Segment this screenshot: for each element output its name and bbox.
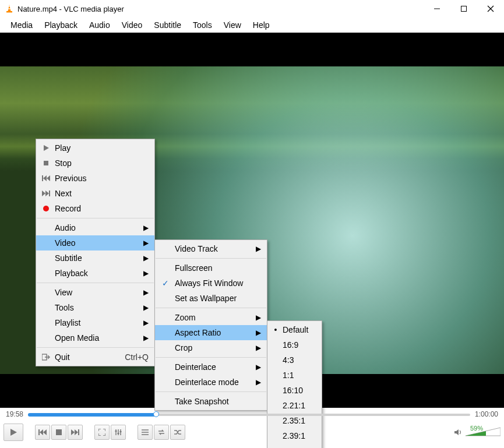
check-icon: ✓: [158, 278, 172, 288]
maximize-button[interactable]: [450, 0, 477, 17]
menu-bar: Media Playback Audio Video Subtitle Tool…: [0, 17, 504, 33]
seek-slider[interactable]: [28, 412, 470, 417]
sub-deintmode[interactable]: Deinterlace mode▶: [155, 375, 267, 390]
sub-deinterlace-label: Deinterlace: [172, 362, 254, 372]
aspect-default[interactable]: •Default: [267, 322, 322, 337]
vlc-logo-icon: [5, 4, 14, 13]
menu-audio[interactable]: Audio: [83, 19, 116, 31]
separator: [37, 283, 154, 283]
seek-thumb[interactable]: [153, 411, 159, 417]
svg-rect-18: [115, 431, 117, 432]
ctx-play-label: Play: [52, 143, 142, 153]
ctx-playlist-label: Playlist: [52, 318, 142, 327]
menu-tools[interactable]: Tools: [187, 19, 218, 31]
menu-video[interactable]: Video: [116, 19, 149, 31]
tb-ext-settings-button[interactable]: [111, 425, 126, 440]
ctx-playback[interactable]: Playback▶: [36, 266, 154, 281]
aspect-5-4[interactable]: 5:4: [267, 443, 322, 448]
ctx-quit-label: Quit: [52, 352, 113, 362]
context-menu: Play Stop Previous Next Record Audio▶ Vi…: [36, 139, 155, 366]
ctx-playlist[interactable]: Playlist▶: [36, 315, 154, 330]
minimize-button[interactable]: [424, 0, 450, 17]
ctx-previous[interactable]: Previous: [36, 171, 154, 186]
next-icon: [40, 191, 52, 196]
svg-rect-13: [56, 429, 62, 435]
sub-videotrack[interactable]: Video Track▶: [155, 241, 267, 256]
ctx-video[interactable]: Video▶: [36, 235, 154, 251]
ctx-play[interactable]: Play: [36, 140, 154, 156]
sub-aspect[interactable]: Aspect Ratio▶: [155, 325, 267, 340]
separator: [156, 308, 266, 308]
sub-deinterlace[interactable]: Deinterlace▶: [155, 359, 267, 375]
ctx-openmedia[interactable]: Open Media▶: [36, 330, 154, 345]
aspect-16-10[interactable]: 16:10: [267, 383, 322, 398]
previous-icon: [40, 175, 52, 181]
sub-crop[interactable]: Crop▶: [155, 340, 267, 355]
aspect-16-10-label: 16:10: [281, 386, 303, 395]
speaker-icon[interactable]: [454, 428, 463, 436]
sub-fullscreen[interactable]: Fullscreen: [155, 260, 267, 276]
time-current[interactable]: 19:58: [6, 410, 23, 418]
separator: [156, 357, 266, 358]
sub-aspect-label: Aspect Ratio: [172, 328, 254, 337]
ctx-audio[interactable]: Audio▶: [36, 220, 154, 235]
svg-rect-0: [6, 11, 12, 13]
ctx-record-label: Record: [52, 204, 142, 213]
sub-snapshot-label: Take Snapshot: [172, 397, 254, 406]
aspect-2-39-1-label: 2.39:1: [281, 431, 305, 440]
svg-rect-19: [118, 433, 119, 434]
aspect-4-3[interactable]: 4:3: [267, 352, 322, 368]
sub-zoom[interactable]: Zoom▶: [155, 310, 267, 325]
tb-next-button[interactable]: [68, 425, 83, 440]
separator: [156, 258, 266, 259]
svg-point-10: [43, 206, 49, 211]
separator: [37, 347, 154, 348]
aspect-2-39-1[interactable]: 2.39:1: [267, 428, 322, 443]
ctx-view[interactable]: View▶: [36, 285, 154, 300]
svg-rect-7: [44, 161, 48, 165]
ctx-tools[interactable]: Tools▶: [36, 300, 154, 315]
aspect-16-9-label: 16:9: [281, 340, 298, 350]
svg-rect-14: [78, 429, 79, 435]
ctx-quit[interactable]: Quit Ctrl+Q: [36, 350, 154, 365]
close-button[interactable]: [477, 0, 504, 17]
ctx-view-label: View: [52, 288, 142, 297]
tb-loop-button[interactable]: [154, 425, 169, 440]
tb-playlist-button[interactable]: [138, 425, 153, 440]
aspect-4-3-label: 4:3: [281, 355, 294, 365]
sub-zoom-label: Zoom: [172, 313, 254, 322]
ctx-previous-label: Previous: [52, 174, 142, 183]
video-area[interactable]: Play Stop Previous Next Record Audio▶ Vi…: [0, 33, 504, 408]
quit-icon: [40, 354, 52, 361]
menu-playback[interactable]: Playback: [38, 19, 83, 31]
sub-wallpaper-label: Set as Wallpaper: [172, 294, 254, 303]
sub-alwaysfit[interactable]: ✓Always Fit Window: [155, 276, 267, 291]
tb-fullscreen-button[interactable]: [94, 425, 110, 440]
sub-alwaysfit-label: Always Fit Window: [172, 278, 254, 288]
ctx-stop[interactable]: Stop: [36, 156, 154, 171]
tb-shuffle-button[interactable]: [170, 425, 185, 440]
tb-play-button[interactable]: [3, 424, 23, 441]
ctx-record[interactable]: Record: [36, 201, 154, 216]
play-icon: [40, 144, 52, 151]
menu-subtitle[interactable]: Subtitle: [148, 19, 187, 31]
sub-videotrack-label: Video Track: [172, 244, 254, 253]
menu-help[interactable]: Help: [247, 19, 276, 31]
aspect-2-21-1[interactable]: 2.21:1: [267, 398, 322, 413]
menu-view[interactable]: View: [218, 19, 247, 31]
volume-control[interactable]: 59%: [454, 426, 501, 438]
ctx-audio-label: Audio: [52, 223, 142, 232]
ctx-subtitle[interactable]: Subtitle▶: [36, 251, 154, 266]
tb-prev-button[interactable]: [35, 425, 50, 440]
time-total[interactable]: 1:00:00: [475, 410, 498, 418]
ctx-tools-label: Tools: [52, 303, 142, 312]
sub-snapshot[interactable]: Take Snapshot: [155, 394, 267, 409]
aspect-1-1[interactable]: 1:1: [267, 368, 322, 383]
sub-wallpaper[interactable]: Set as Wallpaper: [155, 291, 267, 306]
svg-rect-12: [38, 429, 40, 435]
menu-media[interactable]: Media: [5, 19, 38, 31]
ctx-quit-shortcut: Ctrl+Q: [113, 352, 149, 362]
tb-stop-button[interactable]: [51, 425, 66, 440]
ctx-next[interactable]: Next: [36, 186, 154, 201]
aspect-16-9[interactable]: 16:9: [267, 337, 322, 352]
